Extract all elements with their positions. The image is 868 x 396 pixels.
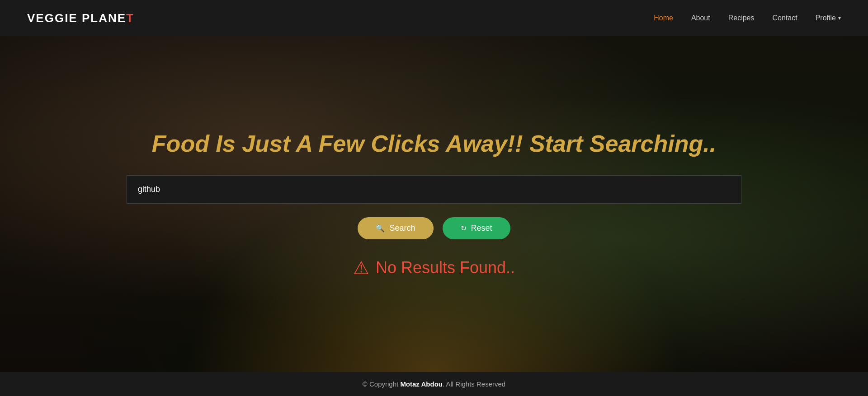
navbar: VEGGIE PLANET Home About Recipes Contact… xyxy=(0,0,868,36)
hero-section: Food Is Just A Few Clicks Away!! Start S… xyxy=(0,36,868,372)
warning-icon: ⚠ xyxy=(353,257,369,278)
nav-link-about[interactable]: About xyxy=(691,14,710,22)
search-input-wrapper xyxy=(127,175,741,204)
nav-link-profile[interactable]: Profile ▾ xyxy=(816,14,841,22)
logo-text: VEGGIE PLANET xyxy=(27,11,134,25)
reset-icon: ↻ xyxy=(461,224,467,233)
reset-button[interactable]: ↻ Reset xyxy=(443,217,510,239)
chevron-down-icon: ▾ xyxy=(838,15,841,21)
no-results-text: No Results Found.. xyxy=(376,258,515,277)
nav-link-recipes[interactable]: Recipes xyxy=(728,14,755,22)
footer: © Copyright Motaz Abdou. All Rights Rese… xyxy=(0,372,868,396)
hero-title: Food Is Just A Few Clicks Away!! Start S… xyxy=(152,130,716,157)
search-button[interactable]: 🔍 Search xyxy=(358,217,433,239)
nav-link-contact[interactable]: Contact xyxy=(773,14,797,22)
nav-link-home[interactable]: Home xyxy=(654,14,673,22)
copyright-suffix: . All Rights Reserved xyxy=(443,380,505,388)
copyright-author: Motaz Abdou xyxy=(400,380,443,388)
search-input[interactable] xyxy=(127,175,741,204)
nav-links: Home About Recipes Contact Profile ▾ xyxy=(654,14,841,22)
no-results-message: ⚠ No Results Found.. xyxy=(353,257,515,278)
copyright-prefix: © Copyright xyxy=(363,380,401,388)
buttons-row: 🔍 Search ↻ Reset xyxy=(358,217,510,239)
nav-logo: VEGGIE PLANET xyxy=(27,11,134,25)
search-icon: 🔍 xyxy=(376,224,385,233)
hero-content: Food Is Just A Few Clicks Away!! Start S… xyxy=(0,130,868,278)
